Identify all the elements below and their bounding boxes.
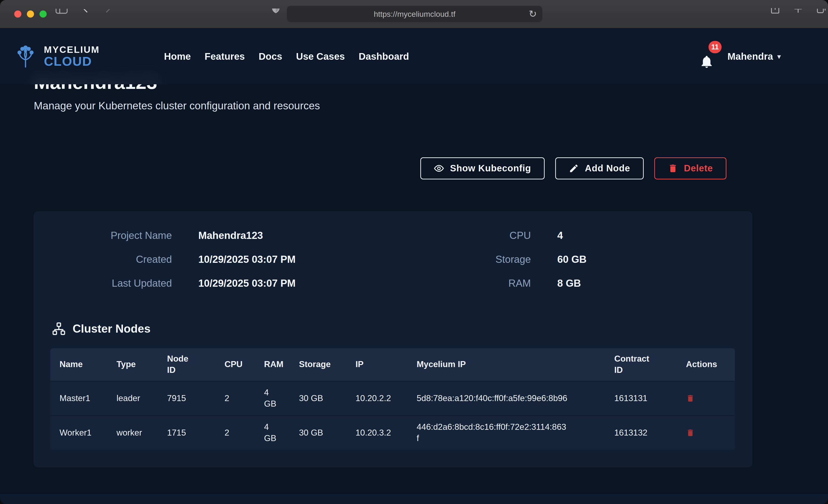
add-node-label: Add Node — [585, 163, 630, 173]
page-viewport: MYCELIUM CLOUD HomeFeaturesDocsUse Cases… — [0, 29, 828, 504]
cell-ram: 4 GB — [255, 381, 290, 416]
page-subtitle: Manage your Kubernetes cluster configura… — [34, 99, 752, 112]
column-header-actions: Actions — [677, 348, 735, 381]
trash-icon — [686, 428, 695, 437]
info-value: 4 — [557, 229, 752, 242]
trash-icon — [668, 163, 678, 173]
info-label: RAM — [393, 277, 531, 290]
info-label: Project Name — [34, 229, 172, 242]
nodes-table: NameTypeNode IDCPURAMStorageIPMycelium I… — [50, 348, 735, 450]
cluster-nodes-icon — [52, 322, 66, 336]
table-row: Worker1 worker 1715 2 4 GB 30 GB 10.20.3… — [50, 416, 735, 450]
info-label: Storage — [393, 253, 531, 266]
cluster-info-left: Project NameMahendra123Created10/29/2025… — [34, 229, 393, 290]
column-header-mycelium-ip: Mycelium IP — [408, 348, 605, 381]
cell-mycelium-ip: 446:d2a6:8bcd:8c16:ff0f:72e2:3114:863f — [408, 416, 605, 450]
info-value: 60 GB — [557, 253, 752, 266]
column-header-type: Type — [107, 348, 158, 381]
cluster-info-right: CPU4Storage60 GBRAM8 GB — [393, 229, 752, 290]
close-window-button[interactable] — [14, 10, 22, 18]
cell-name: Master1 — [50, 381, 107, 416]
info-value: Mahendra123 — [198, 229, 393, 242]
nav-item-features[interactable]: Features — [205, 51, 245, 62]
cell-type: leader — [107, 381, 158, 416]
info-value: 8 GB — [557, 277, 752, 290]
eye-icon — [434, 163, 444, 173]
column-header-name: Name — [50, 348, 107, 381]
table-row: Master1 leader 7915 2 4 GB 30 GB 10.20.2… — [50, 381, 735, 416]
info-label: Last Updated — [34, 277, 172, 290]
cell-actions — [677, 416, 735, 450]
nodes-table-header-row: NameTypeNode IDCPURAMStorageIPMycelium I… — [50, 348, 735, 381]
chevron-down-icon: ▾ — [777, 52, 781, 61]
browser-chrome: https://myceliumcloud.tf ↻ — [0, 0, 828, 29]
delete-label: Delete — [684, 163, 713, 173]
brand-wordmark: MYCELIUM CLOUD — [44, 45, 100, 68]
column-header-ip: IP — [346, 348, 408, 381]
info-label: Created — [34, 253, 172, 266]
cell-name: Worker1 — [50, 416, 107, 450]
pencil-icon — [569, 163, 579, 173]
nav-item-docs[interactable]: Docs — [258, 51, 282, 62]
brand-line2: CLOUD — [44, 55, 100, 68]
user-name: Mahendra — [728, 51, 773, 62]
column-header-contract-id: Contract ID — [605, 348, 677, 381]
main-content: Mahendra123 Manage your Kubernetes clust… — [0, 29, 828, 467]
cluster-nodes-title: Cluster Nodes — [73, 322, 151, 335]
url-text: https://myceliumcloud.tf — [374, 10, 455, 18]
brand-line1: MYCELIUM — [44, 45, 100, 55]
cell-mycelium-ip: 5d8:78ea:a120:f40c:ff0f:a5fe:99e6:8b96 — [408, 381, 605, 416]
cell-contract-id: 1613131 — [605, 381, 677, 416]
info-value: 10/29/2025 03:07 PM — [198, 277, 393, 290]
minimize-window-button[interactable] — [27, 10, 34, 18]
mycelium-logo-icon — [13, 44, 38, 69]
cell-actions — [677, 381, 735, 416]
nav-right: 11 Mahendra ▾ — [700, 44, 781, 69]
notification-badge: 11 — [708, 41, 721, 53]
show-kubeconfig-button[interactable]: Show Kubeconfig — [420, 157, 545, 179]
zoom-window-button[interactable] — [40, 10, 47, 18]
cell-node-id: 1715 — [158, 416, 215, 450]
delete-cluster-button[interactable]: Delete — [654, 157, 727, 179]
cluster-card: Project NameMahendra123Created10/29/2025… — [34, 212, 752, 467]
nav-item-home[interactable]: Home — [164, 51, 191, 62]
nav-links: HomeFeaturesDocsUse CasesDashboard — [164, 51, 409, 62]
column-header-ram: RAM — [255, 348, 290, 381]
nav-item-use-cases[interactable]: Use Cases — [296, 51, 345, 62]
cell-contract-id: 1613132 — [605, 416, 677, 450]
cluster-actions-row: Show Kubeconfig Add Node Delete — [34, 157, 727, 179]
brand-logo[interactable]: MYCELIUM CLOUD — [13, 44, 100, 69]
cluster-nodes-header: Cluster Nodes — [52, 322, 752, 336]
trash-icon — [686, 394, 695, 403]
browser-window: https://myceliumcloud.tf ↻ — [0, 0, 828, 504]
nodes-table-body: Master1 leader 7915 2 4 GB 30 GB 10.20.2… — [50, 381, 735, 450]
nav-item-dashboard[interactable]: Dashboard — [359, 51, 409, 62]
cell-ip: 10.20.3.2 — [346, 416, 408, 450]
nodes-table-wrap: NameTypeNode IDCPURAMStorageIPMycelium I… — [50, 348, 735, 450]
cell-ip: 10.20.2.2 — [346, 381, 408, 416]
info-value: 10/29/2025 03:07 PM — [198, 253, 393, 266]
cell-storage: 30 GB — [290, 381, 346, 416]
show-kubeconfig-label: Show Kubeconfig — [450, 163, 531, 173]
cell-cpu: 2 — [215, 416, 255, 450]
info-label: CPU — [393, 229, 531, 242]
notifications-button[interactable]: 11 — [700, 44, 714, 69]
row-delete-button[interactable] — [686, 428, 695, 437]
address-bar[interactable]: https://myceliumcloud.tf ↻ — [287, 6, 542, 22]
cell-ram: 4 GB — [255, 416, 290, 450]
cell-storage: 30 GB — [290, 416, 346, 450]
add-node-button[interactable]: Add Node — [555, 157, 644, 179]
footer-strip — [0, 494, 828, 504]
column-header-storage: Storage — [290, 348, 346, 381]
row-delete-button[interactable] — [686, 394, 695, 403]
cell-cpu: 2 — [215, 381, 255, 416]
cell-node-id: 7915 — [158, 381, 215, 416]
column-header-node-id: Node ID — [158, 348, 215, 381]
reload-icon[interactable]: ↻ — [529, 9, 537, 19]
cell-type: worker — [107, 416, 158, 450]
cluster-info: Project NameMahendra123Created10/29/2025… — [34, 229, 752, 290]
column-header-cpu: CPU — [215, 348, 255, 381]
user-menu[interactable]: Mahendra ▾ — [728, 51, 781, 62]
bell-icon — [700, 55, 714, 69]
top-navbar: MYCELIUM CLOUD HomeFeaturesDocsUse Cases… — [0, 29, 828, 84]
